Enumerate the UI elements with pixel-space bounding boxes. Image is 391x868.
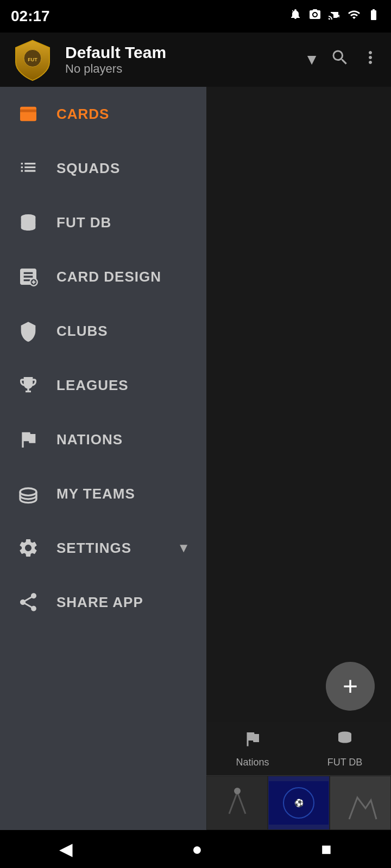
header-text: Default Team No players — [65, 43, 288, 76]
sidebar-settings-label: SETTINGS — [56, 540, 131, 557]
wifi-icon — [348, 8, 361, 24]
svg-point-9 — [20, 488, 36, 495]
bottom-image-1 — [206, 776, 268, 830]
futdb-tab-db-icon — [335, 729, 355, 754]
nations-icon — [16, 427, 40, 451]
home-button[interactable]: ● — [192, 839, 202, 859]
share-icon — [16, 590, 40, 614]
svg-rect-3 — [20, 107, 36, 122]
sidebar-nations-label: NATIONS — [56, 431, 123, 448]
fab-plus-icon: + — [343, 673, 358, 699]
sidebar-cards-label: CARDS — [56, 106, 109, 123]
nav-bar: ◀ ● ■ — [0, 830, 391, 868]
dropdown-arrow[interactable]: ▼ — [304, 51, 319, 68]
settings-chevron-icon: ▼ — [177, 540, 190, 556]
nations-tab-label: Nations — [236, 757, 269, 768]
futdb-icon — [16, 210, 40, 234]
bottom-tab-bar: Nations FUT DB — [206, 722, 391, 830]
svg-point-12 — [234, 788, 241, 794]
back-button[interactable]: ◀ — [59, 839, 73, 859]
card-icon — [16, 102, 40, 126]
main-area: CARDS SQUADS FUT DB — [0, 87, 391, 830]
card-design-icon — [16, 265, 40, 289]
notification-icon — [289, 8, 302, 24]
battery-icon — [367, 8, 380, 24]
sidebar-clubs-label: CLUBS — [56, 323, 108, 340]
my-teams-icon — [16, 482, 40, 506]
fab-button[interactable]: + — [326, 662, 375, 711]
futdb-tab[interactable]: FUT DB — [299, 722, 391, 775]
nations-tab-flag-icon — [243, 729, 262, 754]
sidebar-card-design-label: CARD DESIGN — [56, 269, 161, 285]
content-overlay — [206, 87, 391, 830]
right-panel: + Nations — [206, 87, 391, 830]
status-icons — [289, 8, 380, 24]
more-button[interactable] — [361, 48, 380, 72]
sidebar-item-leagues[interactable]: LEAGUES — [0, 358, 206, 412]
sidebar-item-squads[interactable]: SQUADS — [0, 141, 206, 195]
sidebar-item-settings[interactable]: SETTINGS ▼ — [0, 521, 206, 575]
svg-rect-0 — [292, 10, 293, 11]
team-name: Default Team — [65, 43, 288, 62]
app-logo: FUT — [11, 38, 54, 81]
sidebar-item-share-app[interactable]: SHARE APP — [0, 575, 206, 629]
sidebar-futdb-label: FUT DB — [56, 214, 111, 231]
squads-icon — [16, 156, 40, 180]
futdb-tab-label: FUT DB — [327, 757, 363, 768]
sidebar-share-label: SHARE APP — [56, 594, 143, 611]
camera-icon — [308, 8, 321, 24]
cast-icon — [328, 8, 341, 24]
team-subtitle: No players — [65, 62, 288, 76]
header: FUT Default Team No players ▼ — [0, 33, 391, 87]
header-actions — [330, 48, 380, 72]
sidebar-item-my-teams[interactable]: MY TEAMS — [0, 467, 206, 521]
clubs-icon — [16, 319, 40, 343]
status-time: 02:17 — [11, 8, 50, 25]
sidebar-item-futdb[interactable]: FUT DB — [0, 195, 206, 250]
sidebar-item-clubs[interactable]: CLUBS — [0, 304, 206, 358]
svg-text:FUT: FUT — [28, 57, 37, 62]
bottom-images-row: ⚽ — [206, 776, 391, 830]
svg-text:⚽: ⚽ — [294, 799, 304, 808]
recent-button[interactable]: ■ — [321, 839, 331, 859]
search-button[interactable] — [330, 48, 350, 72]
sidebar-item-cards[interactable]: CARDS — [0, 87, 206, 141]
sidebar-squads-label: SQUADS — [56, 160, 120, 177]
status-bar: 02:17 — [0, 0, 391, 33]
sidebar-my-teams-label: MY TEAMS — [56, 486, 135, 502]
sidebar-leagues-label: LEAGUES — [56, 377, 129, 394]
settings-icon — [16, 536, 40, 560]
svg-rect-4 — [20, 110, 36, 112]
nations-tab[interactable]: Nations — [206, 722, 299, 775]
bottom-image-3 — [330, 776, 391, 830]
sidebar-item-nations[interactable]: NATIONS — [0, 412, 206, 467]
leagues-icon — [16, 373, 40, 397]
bottom-image-2: ⚽ — [268, 776, 329, 830]
sidebar: CARDS SQUADS FUT DB — [0, 87, 206, 830]
sidebar-item-card-design[interactable]: CARD DESIGN — [0, 250, 206, 304]
bottom-tab-row: Nations FUT DB — [206, 722, 391, 776]
